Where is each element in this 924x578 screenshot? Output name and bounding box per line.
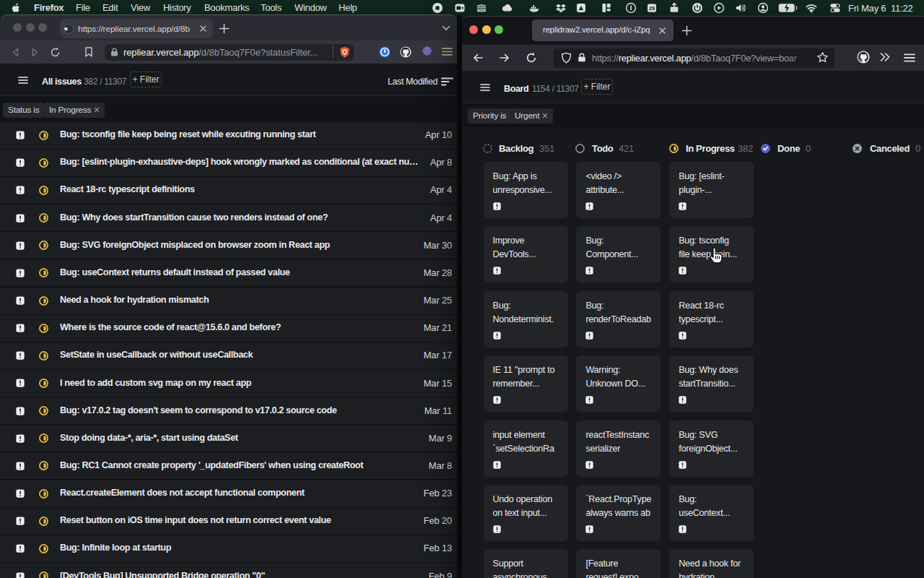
svg-text:29: 29 — [649, 5, 655, 12]
